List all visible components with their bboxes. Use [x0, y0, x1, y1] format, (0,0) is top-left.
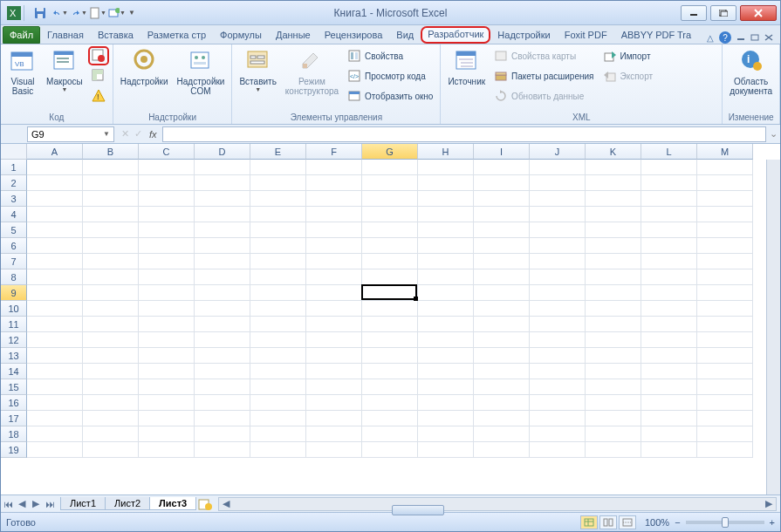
vertical-scrollbar[interactable]: [766, 160, 780, 494]
cell[interactable]: [83, 411, 139, 426]
cell[interactable]: [83, 442, 139, 458]
cell[interactable]: [697, 442, 753, 458]
row-header[interactable]: 14: [1, 364, 27, 379]
cell[interactable]: [586, 254, 641, 269]
cell[interactable]: [83, 332, 139, 348]
cell[interactable]: [474, 222, 530, 238]
qat-customize-icon[interactable]: ▼: [127, 4, 136, 22]
cell[interactable]: [250, 285, 306, 301]
col-header[interactable]: J: [530, 144, 586, 160]
redo-icon[interactable]: ▼: [70, 4, 87, 22]
cell[interactable]: [250, 238, 306, 254]
cell[interactable]: [139, 395, 195, 411]
cell[interactable]: [418, 301, 474, 317]
cell[interactable]: [250, 175, 306, 191]
cell[interactable]: [474, 364, 530, 379]
cell[interactable]: [586, 379, 641, 395]
cell[interactable]: [250, 379, 306, 395]
cell[interactable]: [362, 269, 418, 285]
cell[interactable]: [195, 207, 250, 222]
cell[interactable]: [195, 442, 250, 458]
cell[interactable]: [27, 238, 83, 254]
cell[interactable]: [250, 364, 306, 379]
cell[interactable]: [697, 285, 753, 301]
design-mode-button[interactable]: Режим конструктора: [282, 46, 342, 98]
cell[interactable]: [195, 238, 250, 254]
row-header[interactable]: 1: [1, 160, 27, 175]
tab-формулы[interactable]: Формулы: [213, 26, 269, 44]
cell[interactable]: [83, 426, 139, 442]
cell[interactable]: [586, 222, 641, 238]
cell[interactable]: [474, 254, 530, 269]
row-header[interactable]: 15: [1, 379, 27, 395]
sheet-nav-prev-icon[interactable]: ◀: [15, 497, 29, 511]
cell[interactable]: [362, 254, 418, 269]
cell[interactable]: [83, 222, 139, 238]
xml-source-button[interactable]: Источник: [444, 46, 489, 88]
row-header[interactable]: 5: [1, 222, 27, 238]
cell[interactable]: [306, 332, 362, 348]
cell[interactable]: [586, 160, 641, 175]
cell[interactable]: [418, 160, 474, 175]
cell[interactable]: [250, 442, 306, 458]
row-header[interactable]: 18: [1, 426, 27, 442]
tab-главная[interactable]: Главная: [40, 26, 91, 44]
cell[interactable]: [418, 379, 474, 395]
cell[interactable]: [139, 379, 195, 395]
cell[interactable]: [306, 317, 362, 332]
cell[interactable]: [362, 191, 418, 207]
cell[interactable]: [83, 348, 139, 364]
cell[interactable]: [195, 301, 250, 317]
zoom-percent[interactable]: 100%: [645, 517, 669, 528]
col-header[interactable]: H: [418, 144, 474, 160]
cell[interactable]: [641, 395, 697, 411]
cell[interactable]: [362, 395, 418, 411]
view-normal-icon[interactable]: [580, 515, 598, 529]
row-header[interactable]: 2: [1, 175, 27, 191]
cell[interactable]: [530, 222, 586, 238]
cell[interactable]: [250, 395, 306, 411]
select-all-corner[interactable]: [1, 144, 27, 160]
cell[interactable]: [586, 207, 641, 222]
cell[interactable]: [586, 426, 641, 442]
cell[interactable]: [474, 379, 530, 395]
cell[interactable]: [139, 191, 195, 207]
row-header[interactable]: 7: [1, 254, 27, 269]
cell[interactable]: [530, 301, 586, 317]
col-header[interactable]: D: [195, 144, 250, 160]
cell[interactable]: [306, 207, 362, 222]
doc-minimize-icon[interactable]: [736, 32, 745, 43]
cell[interactable]: [27, 175, 83, 191]
col-header[interactable]: G: [362, 144, 418, 160]
cell[interactable]: [530, 207, 586, 222]
cell[interactable]: [586, 317, 641, 332]
cell[interactable]: [195, 411, 250, 426]
cell[interactable]: [474, 426, 530, 442]
cell[interactable]: [586, 442, 641, 458]
cell[interactable]: [139, 411, 195, 426]
cell[interactable]: [139, 317, 195, 332]
cell[interactable]: [474, 395, 530, 411]
tab-рецензирова[interactable]: Рецензирова: [318, 26, 390, 44]
cell[interactable]: [362, 160, 418, 175]
zoom-in-button[interactable]: +: [770, 517, 775, 528]
cell[interactable]: [418, 317, 474, 332]
tab-abbyy pdf tra[interactable]: ABBYY PDF Tra: [614, 26, 699, 44]
cell[interactable]: [586, 175, 641, 191]
cell[interactable]: [139, 222, 195, 238]
col-header[interactable]: I: [474, 144, 530, 160]
cell[interactable]: [83, 317, 139, 332]
visual-basic-button[interactable]: VB Visual Basic: [4, 46, 41, 98]
view-page-layout-icon[interactable]: [599, 515, 617, 529]
cell[interactable]: [362, 238, 418, 254]
cell[interactable]: [27, 332, 83, 348]
cell[interactable]: [418, 285, 474, 301]
cell[interactable]: [195, 269, 250, 285]
row-header[interactable]: 16: [1, 395, 27, 411]
cell[interactable]: [27, 411, 83, 426]
cell[interactable]: [474, 348, 530, 364]
cell[interactable]: [195, 285, 250, 301]
cell[interactable]: [139, 254, 195, 269]
cell[interactable]: [139, 238, 195, 254]
row-header[interactable]: 11: [1, 317, 27, 332]
